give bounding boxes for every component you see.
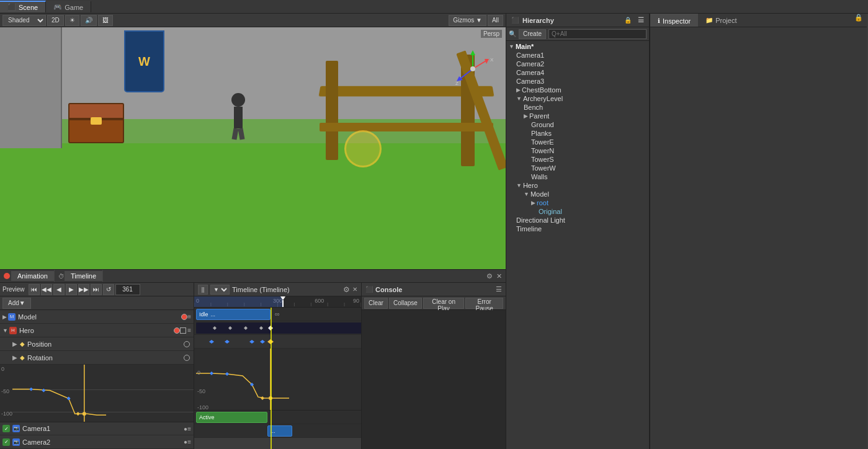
track-row-rotation[interactable]: ▶ ◆ Rotation — [0, 351, 194, 365]
timeline-snap-btn[interactable]: || — [198, 285, 208, 295]
all-button[interactable]: All — [488, 15, 503, 26]
hier-item-camera2[interactable]: Camera2 — [506, 60, 649, 68]
prev-step-button[interactable]: ◀ — [53, 284, 65, 295]
shading-dropdown[interactable]: Shaded — [2, 15, 46, 26]
svg-marker-41 — [261, 396, 264, 400]
game-tab-label: Game — [65, 4, 83, 11]
hier-item-original[interactable]: Original — [506, 207, 649, 216]
skip-end-button[interactable]: ⏭ — [91, 284, 102, 295]
track-expand-hero[interactable]: ▼ — [2, 327, 8, 334]
game-icon: 🎮 — [53, 3, 62, 11]
hier-item-planks[interactable]: Planks — [506, 129, 649, 138]
play-button[interactable]: ▶ — [66, 284, 77, 295]
clear-button[interactable]: Clear — [364, 298, 388, 309]
inspector-lock-btn[interactable]: 🔒 — [854, 14, 863, 27]
track-row-camera1[interactable]: ✓ 📷 Camera1 ● ≡ — [0, 422, 194, 435]
hierarchy-lock[interactable]: 🔒 — [624, 17, 632, 24]
track-row-position[interactable]: ▶ ◆ Position — [0, 337, 194, 351]
hero-arrow[interactable]: ▼ — [516, 182, 522, 189]
prev-frame-button[interactable]: ◀◀ — [41, 284, 52, 295]
inspector-tab[interactable]: ℹ Inspector — [650, 14, 698, 27]
track-record-hero[interactable] — [174, 327, 180, 334]
root-arrow[interactable]: ▶ — [531, 200, 535, 206]
track-row-camera2[interactable]: ✓ 📷 Camera2 ● ≡ — [0, 435, 194, 449]
position-circle — [184, 341, 190, 347]
hierarchy-search-input[interactable] — [548, 29, 647, 39]
2d-button[interactable]: 2D — [47, 15, 64, 26]
animation-tab[interactable]: Animation — [11, 271, 54, 281]
hier-item-towerw[interactable]: TowerW — [506, 164, 649, 172]
sun-button[interactable]: ☀ — [65, 15, 79, 26]
hier-item-hero[interactable]: ▼ Hero — [506, 181, 649, 190]
hier-item-root[interactable]: ▶ root — [506, 198, 649, 207]
hier-item-bench[interactable]: Bench — [506, 103, 649, 112]
hier-item-archerylevel[interactable]: ▼ ArcheryLevel — [506, 94, 649, 103]
main-arrow[interactable]: ▼ — [509, 43, 514, 50]
create-button[interactable]: Create — [519, 29, 546, 39]
hierarchy-panel: ⬛ Hierarchy 🔒 ☰ 🔍 Create ▼ Main* — [506, 14, 650, 449]
error-pause-button[interactable]: Error Pause — [465, 298, 503, 309]
hier-item-model[interactable]: ▼ Model — [506, 190, 649, 198]
camera2-checkbox[interactable]: ✓ — [2, 438, 10, 446]
hier-item-main[interactable]: ▼ Main* — [506, 42, 649, 51]
frame-input[interactable] — [115, 284, 140, 295]
add-button[interactable]: Add▼ — [2, 298, 31, 309]
playhead-marker[interactable] — [280, 296, 285, 308]
bottom-panel-close[interactable]: ✕ — [496, 272, 502, 280]
display-button[interactable]: 🖼 — [98, 15, 113, 26]
persp-label: Persp — [481, 30, 502, 38]
track-expand-model[interactable]: ▶ — [2, 314, 7, 320]
collapse-button[interactable]: Collapse — [389, 298, 422, 309]
gizmos-button[interactable]: Gizmos ▼ — [449, 15, 486, 26]
chestbottom-arrow[interactable]: ▶ — [516, 87, 521, 93]
track-row-model[interactable]: ▶ M Model ≡ — [0, 310, 194, 324]
bottom-panel-settings[interactable]: ⚙ — [486, 272, 493, 280]
game-tab[interactable]: 🎮 Game — [46, 1, 91, 12]
hier-item-ground[interactable]: Ground — [506, 120, 649, 129]
clear-on-play-button[interactable]: Clear on Play — [423, 298, 465, 309]
audio-button[interactable]: 🔊 — [81, 15, 97, 26]
camera2-clip[interactable]: ... — [267, 425, 292, 437]
hier-item-camera3[interactable]: Camera3 — [506, 77, 649, 86]
idle-clip[interactable]: Idle ... — [196, 309, 271, 320]
hier-item-camera4[interactable]: Camera4 — [506, 68, 649, 77]
hier-item-camera1[interactable]: Camera1 — [506, 51, 649, 60]
archerylevel-arrow[interactable]: ▼ — [516, 96, 522, 102]
timeline-settings-btn[interactable]: ⚙ — [343, 285, 350, 294]
scene-viewport[interactable]: W — [0, 27, 506, 269]
camera1-menu[interactable]: ≡ — [187, 425, 191, 432]
track-menu-hero[interactable]: ≡ — [187, 327, 191, 334]
hier-item-walls[interactable]: Walls — [506, 172, 649, 181]
active-clip[interactable]: Active — [196, 412, 267, 423]
track-menu-model[interactable]: ≡ — [187, 313, 191, 320]
timeline-ruler: 0 300 600 90 — [194, 296, 361, 308]
loop-button[interactable]: ↺ — [103, 284, 114, 295]
hier-label-walls: Walls — [531, 173, 547, 180]
parent-arrow[interactable]: ▶ — [524, 113, 528, 119]
hier-item-towern[interactable]: TowerN — [506, 146, 649, 155]
track-row-hero[interactable]: ▼ H Hero ≡ — [0, 324, 194, 337]
timeline-track-select[interactable]: ▼ — [210, 285, 230, 295]
track-icon-camera1: 📷 — [12, 425, 20, 432]
hier-item-parent[interactable]: ▶ Parent — [506, 112, 649, 120]
svg-text:Y: Y — [471, 49, 475, 50]
model-arrow[interactable]: ▼ — [524, 191, 529, 197]
console-menu[interactable]: ☰ — [496, 285, 502, 293]
hierarchy-menu[interactable]: ☰ — [638, 16, 644, 24]
hier-item-chestbottom[interactable]: ▶ ChestBottom — [506, 86, 649, 94]
project-tab[interactable]: 📁 Project — [698, 14, 744, 27]
camera2-menu[interactable]: ≡ — [187, 438, 191, 445]
hier-item-timeline[interactable]: Timeline — [506, 225, 649, 233]
scene-tab[interactable]: ⬛ Scene — [0, 1, 46, 12]
camera1-checkbox[interactable]: ✓ — [2, 425, 10, 432]
skip-start-button[interactable]: ⏮ — [29, 284, 40, 295]
timeline-selection — [194, 296, 283, 307]
hier-item-directional-light[interactable]: Directional Light — [506, 216, 649, 225]
hier-item-towere[interactable]: TowerE — [506, 138, 649, 146]
track-icon-hero: H — [9, 327, 17, 334]
track-record-model[interactable] — [181, 314, 187, 320]
timeline-close-btn[interactable]: ✕ — [352, 286, 357, 293]
timeline-tab[interactable]: Timeline — [65, 271, 102, 281]
next-step-button[interactable]: ▶▶ — [78, 284, 89, 295]
hier-item-towers[interactable]: TowerS — [506, 155, 649, 164]
